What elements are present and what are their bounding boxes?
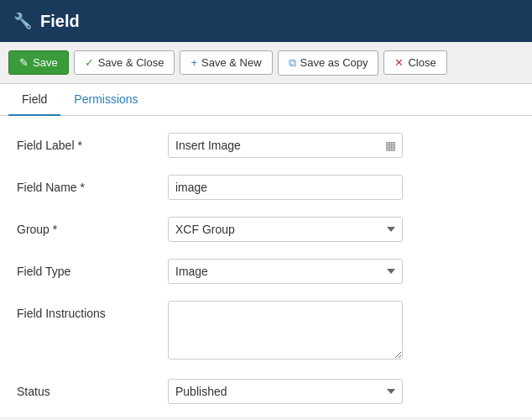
status-row: Status Published Unpublished	[17, 379, 515, 404]
field-name-control	[168, 175, 403, 200]
save-label: Save	[33, 56, 58, 69]
field-label-input-wrapper: ▦	[168, 133, 403, 158]
group-label: Group *	[17, 217, 168, 236]
field-type-select[interactable]: Image	[168, 259, 403, 284]
toolbar: ✎ Save ✓ Save & Close + Save & New ⧉ Sav…	[0, 42, 532, 84]
field-label-label: Field Label *	[17, 133, 168, 152]
save-button[interactable]: ✎ Save	[8, 50, 69, 75]
close-button[interactable]: ✕ Close	[383, 50, 446, 75]
tab-field[interactable]: Field	[8, 84, 60, 116]
field-instructions-row: Field Instructions	[17, 301, 515, 362]
field-label-control: ▦	[168, 133, 403, 158]
page-title: Field	[40, 12, 80, 31]
save-new-button[interactable]: + Save & New	[180, 50, 272, 75]
tab-permissions[interactable]: Permissions	[60, 84, 151, 116]
page-header: 🔧 Field	[0, 0, 532, 42]
field-label-input[interactable]	[168, 133, 403, 158]
tab-bar: Field Permissions	[0, 84, 532, 116]
status-control: Published Unpublished	[168, 379, 403, 404]
save-new-label: Save & New	[201, 56, 262, 69]
copy-icon: ⧉	[289, 56, 296, 70]
save-close-button[interactable]: ✓ Save & Close	[74, 50, 175, 75]
image-icon: ▦	[385, 139, 396, 152]
field-instructions-label: Field Instructions	[17, 301, 168, 320]
plus-icon: +	[190, 56, 197, 69]
field-type-label: Field Type	[17, 259, 168, 278]
group-row: Group * XCF Group	[17, 217, 515, 242]
field-type-row: Field Type Image	[17, 259, 515, 284]
field-instructions-control	[168, 301, 403, 362]
close-label: Close	[408, 56, 436, 69]
save-copy-label: Save as Copy	[300, 56, 368, 69]
field-name-label: Field Name *	[17, 175, 168, 194]
field-type-control: Image	[168, 259, 403, 284]
check-icon: ✓	[85, 56, 94, 69]
save-close-label: Save & Close	[98, 56, 164, 69]
status-select[interactable]: Published Unpublished	[168, 379, 403, 404]
form-content: Field Label * ▦ Field Name * Group * XCF…	[0, 116, 532, 417]
field-instructions-textarea[interactable]	[168, 301, 403, 360]
field-name-input[interactable]	[168, 175, 403, 200]
field-name-row: Field Name *	[17, 175, 515, 200]
group-select[interactable]: XCF Group	[168, 217, 403, 242]
save-copy-button[interactable]: ⧉ Save as Copy	[278, 50, 379, 76]
field-label-row: Field Label * ▦	[17, 133, 515, 158]
status-label: Status	[17, 379, 168, 398]
wrench-icon: 🔧	[13, 12, 32, 30]
group-control: XCF Group	[168, 217, 403, 242]
x-icon: ✕	[394, 56, 404, 69]
save-icon: ✎	[19, 56, 29, 69]
